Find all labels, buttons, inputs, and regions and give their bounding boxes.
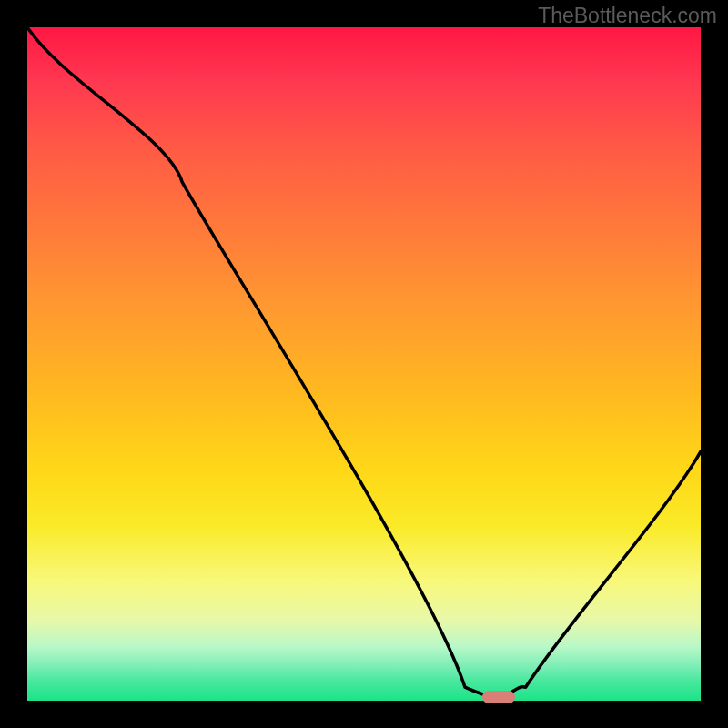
chart-plot-area <box>27 27 701 701</box>
optimal-point-marker <box>482 691 515 703</box>
watermark-text: TheBottleneck.com <box>538 4 717 28</box>
bottleneck-curve <box>27 27 701 701</box>
